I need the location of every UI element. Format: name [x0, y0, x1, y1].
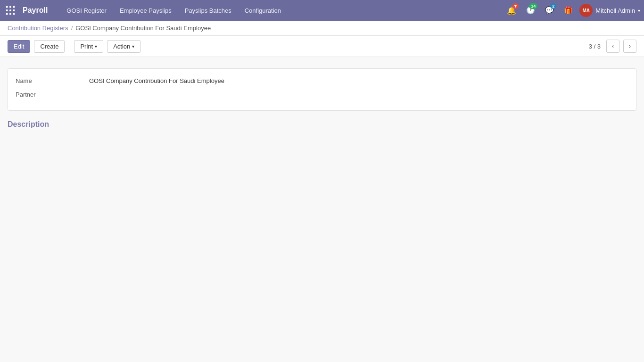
breadcrumb-current: GOSI Company Contribution For Saudi Empl… — [75, 25, 211, 32]
svg-rect-2 — [13, 6, 15, 8]
avatar: MA — [579, 4, 593, 17]
main-content: Name GOSI Company Contribution For Saudi… — [0, 57, 644, 360]
top-menu: GOSI Register Employee Payslips Payslips… — [61, 4, 287, 17]
app-brand: Payroll — [23, 6, 48, 15]
notification-badge: ▾ — [512, 3, 519, 9]
print-button[interactable]: Print ▾ — [74, 40, 103, 53]
pagination-info: 3 / 3 — [589, 43, 601, 50]
action-button[interactable]: Action ▾ — [107, 40, 140, 53]
name-label: Name — [16, 76, 82, 84]
action-dropdown-arrow: ▾ — [132, 44, 134, 49]
description-title: Description — [8, 120, 636, 129]
partner-value — [89, 90, 628, 92]
gift-icon: 🎁 — [564, 6, 573, 15]
activity-badge: 14 — [529, 3, 537, 9]
svg-rect-0 — [6, 6, 8, 8]
message-badge: 2 — [550, 3, 556, 9]
apps-menu-icon[interactable] — [4, 4, 17, 17]
form-section: Name GOSI Company Contribution For Saudi… — [8, 68, 636, 111]
create-button[interactable]: Create — [34, 40, 65, 53]
pagination-prev-button[interactable]: ‹ — [606, 40, 619, 53]
pagination-next-button[interactable]: › — [623, 40, 636, 53]
breadcrumb-parent-link[interactable]: Contribution Registers — [8, 25, 68, 32]
menu-item-configuration[interactable]: Configuration — [239, 4, 287, 17]
breadcrumb-bar: Contribution Registers / GOSI Company Co… — [0, 21, 644, 36]
svg-rect-4 — [9, 9, 11, 11]
svg-rect-3 — [6, 9, 8, 11]
svg-rect-8 — [13, 13, 15, 15]
svg-rect-5 — [13, 9, 15, 11]
breadcrumb-separator: / — [71, 25, 73, 32]
user-name: Mitchell Admin — [595, 7, 635, 14]
menu-item-employee-payslips[interactable]: Employee Payslips — [114, 4, 177, 17]
partner-label: Partner — [16, 90, 82, 98]
menu-item-gosi-register[interactable]: GOSI Register — [61, 4, 112, 17]
print-dropdown-arrow: ▾ — [95, 44, 97, 49]
name-row: Name GOSI Company Contribution For Saudi… — [16, 76, 628, 85]
user-menu[interactable]: MA Mitchell Admin ▾ — [579, 4, 640, 17]
edit-button[interactable]: Edit — [8, 40, 30, 53]
notifications-button[interactable]: 🔔 ▾ — [504, 3, 519, 18]
svg-rect-6 — [6, 13, 8, 15]
gift-button[interactable]: 🎁 — [561, 3, 576, 18]
chevron-left-icon: ‹ — [612, 43, 614, 49]
breadcrumb: Contribution Registers / GOSI Company Co… — [8, 25, 636, 32]
action-label: Action — [113, 43, 130, 50]
partner-row: Partner — [16, 90, 628, 98]
print-label: Print — [80, 43, 93, 50]
top-navigation: Payroll GOSI Register Employee Payslips … — [0, 0, 644, 21]
description-section: Description — [8, 120, 636, 129]
menu-item-payslips-batches[interactable]: Payslips Batches — [179, 4, 237, 17]
name-value: GOSI Company Contribution For Saudi Empl… — [89, 76, 628, 85]
svg-rect-7 — [9, 13, 11, 15]
activities-button[interactable]: 🕐 14 — [523, 3, 538, 18]
user-menu-arrow: ▾ — [638, 8, 640, 13]
toolbar: Edit Create Print ▾ Action ▾ 3 / 3 ‹ › — [0, 36, 644, 57]
svg-rect-1 — [9, 6, 11, 8]
messages-button[interactable]: 💬 2 — [542, 3, 557, 18]
chevron-right-icon: › — [629, 43, 631, 49]
